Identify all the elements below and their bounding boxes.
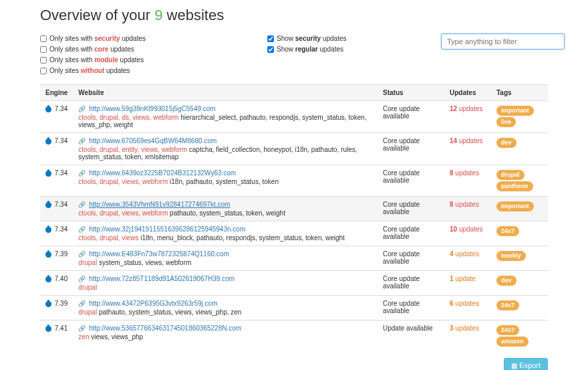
- link-icon: 🔗: [78, 170, 86, 177]
- engine-cell: 7.40: [40, 271, 73, 296]
- site-link[interactable]: http://www.59g39nKt993015j5gC5549.com: [89, 105, 216, 112]
- filter-show-security[interactable]: Show security updates: [267, 33, 441, 44]
- engine-cell: 7.39: [40, 296, 73, 320]
- filter-only-module[interactable]: Only sites with module updates: [40, 55, 267, 66]
- engine-cell: 7.41: [40, 320, 73, 352]
- filter-show-regular[interactable]: Show regular updates: [267, 44, 441, 55]
- filter-only-core[interactable]: Only sites with core updates: [40, 44, 267, 55]
- tag-badge[interactable]: live: [496, 117, 516, 127]
- engine-cell: 7.39: [40, 246, 73, 271]
- updates-cell[interactable]: 14 updates: [444, 133, 491, 165]
- modules-regular: pathauto, system_status, token, weight: [168, 209, 285, 217]
- modules-security: ctools, drupal, entity, views, webform: [78, 146, 187, 153]
- status-cell: Core update available: [378, 271, 444, 296]
- filter-only-security[interactable]: Only sites with security updates: [40, 33, 267, 44]
- tags-cell: dev: [491, 133, 548, 165]
- drupal-icon: [45, 202, 51, 208]
- site-link[interactable]: http://www.32j19419115516396286125945943…: [89, 225, 245, 233]
- table-row: 7.34🔗 http://www.670569es4GqBW64M8680.co…: [40, 133, 548, 165]
- site-link[interactable]: http://www.670569es4GqBW64M8680.com: [89, 137, 216, 145]
- tags-cell: weekly: [491, 246, 548, 271]
- updates-cell[interactable]: 12 updates: [444, 101, 491, 133]
- status-cell: Core update available: [378, 101, 444, 133]
- link-icon: 🔗: [78, 201, 86, 208]
- drupal-icon: [45, 301, 51, 307]
- tag-badge[interactable]: amazon: [496, 337, 529, 347]
- updates-cell[interactable]: 1 update: [444, 271, 491, 296]
- updates-cell[interactable]: 6 updates: [444, 296, 491, 320]
- status-cell: Core update available: [378, 133, 444, 165]
- updates-cell[interactable]: 4 updates: [444, 246, 491, 271]
- status-cell: Update available: [378, 320, 444, 352]
- website-cell: 🔗 http://www.3543VhmN91v928417274697kt.c…: [73, 197, 378, 221]
- drupal-icon: [45, 227, 51, 233]
- modules-security: drupal: [78, 259, 97, 266]
- website-cell: 🔗 http://www.59g39nKt993015j5gC5549.comc…: [73, 101, 378, 133]
- site-link[interactable]: http://www.3543VhmN91v928417274697kt.com: [89, 201, 230, 208]
- modules-security: zen: [78, 333, 89, 341]
- website-cell: 🔗 http://www.E483Fn73w7872325874Q1160.co…: [73, 246, 378, 271]
- site-link[interactable]: http://www.43472P6395G3vtx9263r59j.com: [89, 300, 217, 307]
- checkbox-only-core[interactable]: [40, 46, 47, 53]
- tag-badge[interactable]: drupal: [496, 170, 525, 180]
- drupal-icon: [45, 171, 51, 177]
- engine-cell: 7.34: [40, 221, 73, 246]
- export-button[interactable]: ▦Export: [504, 358, 548, 370]
- tag-badge[interactable]: 24x7: [496, 325, 519, 335]
- tag-badge[interactable]: dev: [496, 276, 517, 286]
- tags-cell: 24x7 amazon: [491, 320, 548, 352]
- table-row: 7.34🔗 http://www.59g39nKt993015j5gC5549.…: [40, 101, 548, 133]
- updates-cell[interactable]: 8 updates: [444, 165, 491, 197]
- checkbox-only-module[interactable]: [40, 57, 47, 64]
- modules-regular: system_status, views, webform: [97, 259, 191, 266]
- table-row: 7.34🔗 http://www.3543VhmN91v928417274697…: [40, 197, 548, 221]
- tags-cell: dev: [491, 271, 548, 296]
- tag-badge[interactable]: weekly: [496, 251, 526, 261]
- website-cell: 🔗 http://www.536577663463174501860365228…: [73, 320, 378, 352]
- updates-cell[interactable]: 3 updates: [444, 320, 491, 352]
- tag-badge[interactable]: 24x7: [496, 226, 519, 236]
- status-cell: Core update available: [378, 246, 444, 271]
- updates-cell[interactable]: 8 updates: [444, 197, 491, 221]
- checkbox-show-regular[interactable]: [267, 46, 274, 53]
- tag-badge[interactable]: pantheon: [496, 181, 533, 191]
- engine-cell: 7.34: [40, 197, 73, 221]
- col-website[interactable]: Website: [73, 85, 378, 101]
- filter-search-input[interactable]: [441, 33, 565, 50]
- engine-cell: 7.34: [40, 101, 73, 133]
- sites-table: Engine Website Status Updates Tags 7.34🔗…: [40, 84, 548, 351]
- updates-cell[interactable]: 10 updates: [444, 221, 491, 246]
- site-link[interactable]: http://www.72z85T1189d91A502619067H39.co…: [89, 275, 235, 282]
- tag-badge[interactable]: important: [496, 201, 534, 211]
- checkbox-only-security[interactable]: [40, 35, 47, 42]
- modules-regular: pathauto, system_status, views, views_ph…: [97, 308, 241, 316]
- col-tags[interactable]: Tags: [491, 85, 548, 101]
- tags-cell: important: [491, 197, 548, 221]
- checkbox-show-security[interactable]: [267, 35, 274, 42]
- site-link[interactable]: http://www.536577663463174501860365228N.…: [89, 325, 241, 332]
- website-cell: 🔗 http://www.43472P6395G3vtx9263r59j.com…: [73, 296, 378, 320]
- tags-cell: drupal pantheon: [491, 165, 548, 197]
- col-status[interactable]: Status: [378, 85, 444, 101]
- modules-regular: views, views_php: [89, 333, 143, 341]
- link-icon: 🔗: [78, 226, 86, 233]
- page-title: Overview of your 9 websites: [40, 7, 548, 24]
- drupal-icon: [45, 326, 51, 332]
- site-link[interactable]: http://www.E483Fn73w7872325874Q1160.com: [89, 250, 229, 258]
- table-row: 7.34🔗 http://www.32j19419115516396286125…: [40, 221, 548, 246]
- modules-security: ctools, drupal, views: [78, 234, 138, 242]
- filter-only-without[interactable]: Only sites without updates: [40, 66, 267, 76]
- site-link[interactable]: http://www.6439oz3225B7024B312132Wy63.co…: [89, 169, 236, 177]
- tags-cell: important live: [491, 101, 548, 133]
- checkbox-only-without[interactable]: [40, 68, 47, 74]
- col-updates[interactable]: Updates: [444, 85, 491, 101]
- website-cell: 🔗 http://www.6439oz3225B7024B312132Wy63.…: [73, 165, 378, 197]
- table-row: 7.39🔗 http://www.43472P6395G3vtx9263r59j…: [40, 296, 548, 320]
- tag-badge[interactable]: important: [496, 106, 534, 116]
- link-icon: 🔗: [78, 138, 86, 145]
- col-engine[interactable]: Engine: [40, 85, 73, 101]
- tag-badge[interactable]: 24x7: [496, 300, 519, 310]
- modules-regular: i18n, pathauto, system_status, token: [168, 178, 279, 185]
- tag-badge[interactable]: dev: [496, 138, 517, 148]
- engine-cell: 7.34: [40, 133, 73, 165]
